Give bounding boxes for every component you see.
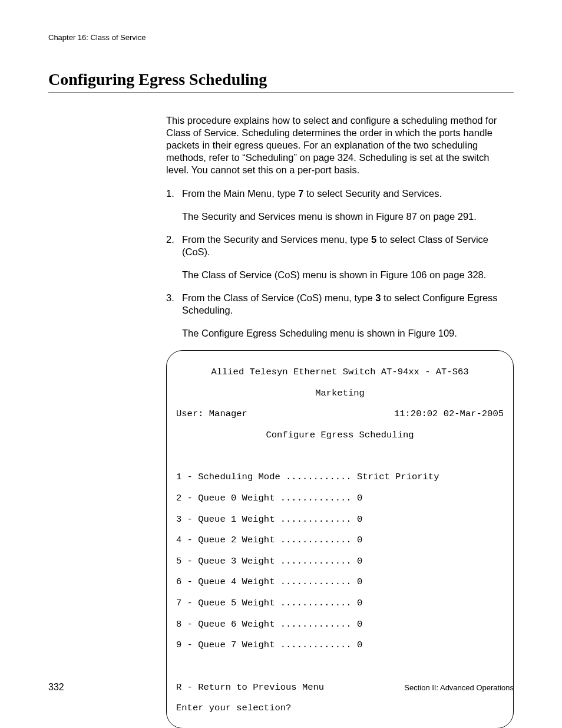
page-number: 332 (48, 682, 64, 693)
step-1-sub: The Security and Services menu is shown … (182, 210, 514, 223)
menu-option: 1 - Scheduling Mode ............ Strict … (176, 472, 504, 483)
step-number: 3. (166, 292, 182, 317)
blank-line (176, 661, 504, 672)
intro-paragraph: This procedure explains how to select an… (166, 114, 514, 177)
page-title: Configuring Egress Scheduling (48, 70, 514, 89)
bold-key: 7 (298, 188, 303, 199)
terminal-user: User: Manager (176, 409, 247, 420)
menu-option: 6 - Queue 4 Weight ............. 0 (176, 577, 504, 588)
menu-option: 4 - Queue 2 Weight ............. 0 (176, 535, 504, 546)
step-2-sub: The Class of Service (CoS) menu is shown… (182, 269, 514, 281)
step-2: 2. From the Security and Services menu, … (166, 233, 514, 258)
menu-option: 7 - Queue 5 Weight ............. 0 (176, 598, 504, 609)
step-number: 2. (166, 233, 182, 258)
bold-key: 5 (371, 234, 376, 245)
terminal-menu: Allied Telesyn Ethernet Switch AT-94xx -… (166, 350, 514, 728)
menu-option: 8 - Queue 6 Weight ............. 0 (176, 620, 504, 630)
menu-option: 5 - Queue 3 Weight ............. 0 (176, 556, 504, 567)
terminal-title: Allied Telesyn Ethernet Switch AT-94xx -… (176, 367, 504, 378)
step-text: From the Class of Service (CoS) menu, ty… (182, 292, 514, 317)
menu-prompt: Enter your selection? (176, 703, 504, 714)
terminal-timestamp: 11:20:02 02-Mar-2005 (394, 409, 504, 420)
step-text: From the Main Menu, type 7 to select Sec… (182, 187, 514, 200)
terminal-menu-title: Configure Egress Scheduling (176, 430, 504, 441)
menu-option: 2 - Queue 0 Weight ............. 0 (176, 493, 504, 504)
menu-option: 3 - Queue 1 Weight ............. 0 (176, 515, 504, 525)
menu-option: 9 - Queue 7 Weight ............. 0 (176, 640, 504, 651)
text-run: to select Security and Services. (303, 188, 442, 199)
title-rule (48, 93, 514, 93)
text-run: From the Main Menu, type (182, 188, 298, 199)
step-3-sub: The Configure Egress Scheduling menu is … (182, 327, 514, 340)
text-run: From the Class of Service (CoS) menu, ty… (182, 292, 375, 303)
section-label: Section II: Advanced Operations (404, 683, 514, 692)
page-footer: 332 Section II: Advanced Operations (48, 682, 514, 693)
step-3: 3. From the Class of Service (CoS) menu,… (166, 292, 514, 317)
step-1: 1. From the Main Menu, type 7 to select … (166, 187, 514, 200)
step-text: From the Security and Services menu, typ… (182, 233, 514, 258)
chapter-header: Chapter 16: Class of Service (48, 33, 514, 42)
step-number: 1. (166, 187, 182, 200)
text-run: From the Security and Services menu, typ… (182, 234, 371, 245)
terminal-subtitle: Marketing (176, 388, 504, 399)
blank-line (176, 452, 504, 462)
